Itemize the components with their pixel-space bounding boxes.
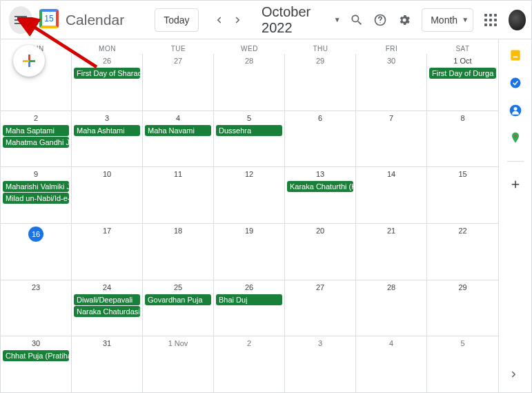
event-chip[interactable]: First Day of Durga Pu — [429, 68, 496, 79]
day-cell[interactable]: 22 — [427, 224, 498, 280]
week-row: 16171819202122 — [1, 223, 498, 280]
day-number: 26 — [73, 55, 141, 67]
event-chip[interactable]: Diwali/Deepavali — [74, 294, 140, 305]
svg-rect-3 — [511, 50, 520, 61]
collapse-side-panel-button[interactable] — [504, 364, 524, 388]
google-apps-button[interactable] — [480, 8, 502, 32]
day-number: 4 — [357, 338, 425, 349]
day-cell[interactable]: 29 — [285, 54, 356, 111]
event-chip[interactable]: Dussehra — [216, 125, 282, 136]
day-number: 2 — [2, 113, 70, 124]
week-row: 30Chhat Puja (Pratihar311 Nov2345 — [1, 336, 498, 392]
day-cell[interactable]: 18 — [143, 224, 214, 280]
settings-button[interactable] — [394, 8, 415, 32]
tasks-icon[interactable] — [508, 75, 523, 90]
day-cell[interactable]: 5 — [427, 336, 498, 392]
day-header-row: SUNMONTUEWEDTHUFRISAT — [1, 39, 498, 54]
day-number: 29 — [286, 55, 354, 67]
day-number: 11 — [144, 169, 212, 180]
day-cell[interactable]: 29 — [427, 280, 498, 336]
day-cell[interactable]: 28 — [214, 54, 285, 111]
day-number: 18 — [144, 225, 212, 237]
day-cell[interactable]: 10 — [72, 167, 143, 223]
event-chip[interactable]: Mahatma Gandhi Ja — [3, 137, 69, 148]
view-select[interactable]: Month ▼ — [422, 8, 473, 32]
help-button[interactable] — [370, 8, 391, 32]
day-number: 29 — [428, 282, 497, 294]
plus-icon — [23, 55, 35, 67]
add-addon-button[interactable] — [508, 177, 523, 192]
svg-rect-4 — [513, 57, 518, 58]
day-cell[interactable]: 2 — [214, 336, 285, 392]
event-chip[interactable]: Govardhan Puja — [145, 294, 211, 305]
day-cell[interactable]: 23 — [1, 280, 72, 336]
day-cell[interactable]: 1 OctFirst Day of Durga Pu — [427, 54, 498, 111]
day-cell[interactable]: 15 — [427, 167, 498, 223]
day-cell[interactable]: 9Maharishi Valmiki JaMilad un-Nabi/Id-e-… — [1, 167, 72, 223]
day-number: 10 — [73, 169, 141, 180]
gear-icon — [397, 13, 411, 27]
day-cell[interactable]: 4Maha Navami — [143, 111, 214, 167]
day-cell[interactable]: 14 — [356, 167, 427, 223]
header: 15 Calendar Today October 2022 ▼ Month ▼ — [1, 1, 531, 39]
day-cell[interactable]: 30Chhat Puja (Pratihar — [1, 336, 72, 392]
day-cell[interactable]: 28 — [356, 280, 427, 336]
event-chip[interactable]: Maharishi Valmiki Ja — [3, 181, 69, 192]
keep-icon[interactable] — [508, 48, 523, 63]
day-cell[interactable]: 13Karaka Chaturthi (Ka — [285, 167, 356, 223]
day-number: 19 — [215, 225, 283, 237]
calendar-grid: SUNMONTUEWEDTHUFRISAT 2526First Day of S… — [1, 39, 498, 392]
contacts-icon[interactable] — [508, 103, 523, 118]
day-cell[interactable]: 11 — [143, 167, 214, 223]
day-cell[interactable]: 2Maha SaptamiMahatma Gandhi Ja — [1, 111, 72, 167]
event-chip[interactable]: Bhai Duj — [216, 294, 282, 305]
event-chip[interactable]: Maha Ashtami — [74, 125, 140, 136]
day-cell[interactable]: 25Govardhan Puja — [143, 280, 214, 336]
day-header: SAT — [427, 39, 498, 54]
day-cell[interactable]: 16 — [1, 224, 72, 280]
event-chip[interactable]: Naraka Chaturdasi — [74, 306, 140, 317]
day-number: 9 — [2, 169, 70, 180]
prev-month-button[interactable] — [211, 10, 228, 30]
day-cell[interactable]: 27 — [285, 280, 356, 336]
day-cell[interactable]: 31 — [72, 336, 143, 392]
event-chip[interactable]: Maha Navami — [145, 125, 211, 136]
day-cell[interactable]: 6 — [285, 111, 356, 167]
caret-down-icon: ▼ — [462, 16, 469, 23]
day-cell[interactable]: 5Dussehra — [214, 111, 285, 167]
day-cell[interactable]: 12 — [214, 167, 285, 223]
day-cell[interactable]: 20 — [285, 224, 356, 280]
day-cell[interactable]: 27 — [143, 54, 214, 111]
today-button[interactable]: Today — [155, 8, 198, 32]
create-button[interactable] — [13, 45, 45, 77]
day-cell[interactable]: 3 — [285, 336, 356, 392]
day-cell[interactable]: 24Diwali/DeepavaliNaraka Chaturdasi — [72, 280, 143, 336]
maps-icon[interactable] — [508, 131, 523, 146]
event-chip[interactable]: Chhat Puja (Pratihar — [3, 350, 69, 361]
week-row: 9Maharishi Valmiki JaMilad un-Nabi/Id-e-… — [1, 166, 498, 223]
day-cell[interactable]: 1 Nov — [143, 336, 214, 392]
day-cell[interactable]: 17 — [72, 224, 143, 280]
month-year-dropdown[interactable]: October 2022 ▼ — [262, 4, 341, 36]
search-button[interactable] — [346, 8, 368, 32]
calendar-logo-icon: 15 — [39, 9, 59, 31]
day-cell[interactable]: 7 — [356, 111, 427, 167]
day-cell[interactable]: 4 — [356, 336, 427, 392]
day-number: 4 — [144, 113, 212, 124]
next-month-button[interactable] — [230, 10, 246, 30]
day-cell[interactable]: 26Bhai Duj — [214, 280, 285, 336]
day-cell[interactable]: 26First Day of Sharad N — [72, 54, 143, 111]
event-chip[interactable]: Milad un-Nabi/Id-e-M — [3, 193, 69, 204]
event-chip[interactable]: Karaka Chaturthi (Ka — [287, 181, 353, 192]
main-area: SUNMONTUEWEDTHUFRISAT 2526First Day of S… — [1, 39, 531, 392]
day-cell[interactable]: 8 — [427, 111, 498, 167]
event-chip[interactable]: Maha Saptami — [3, 125, 69, 136]
account-avatar[interactable] — [509, 10, 526, 30]
side-panel — [498, 39, 531, 392]
day-cell[interactable]: 30 — [356, 54, 427, 111]
event-chip[interactable]: First Day of Sharad N — [74, 68, 140, 79]
day-cell[interactable]: 3Maha Ashtami — [72, 111, 143, 167]
main-menu-button[interactable] — [9, 6, 32, 34]
day-cell[interactable]: 21 — [356, 224, 427, 280]
day-cell[interactable]: 19 — [214, 224, 285, 280]
